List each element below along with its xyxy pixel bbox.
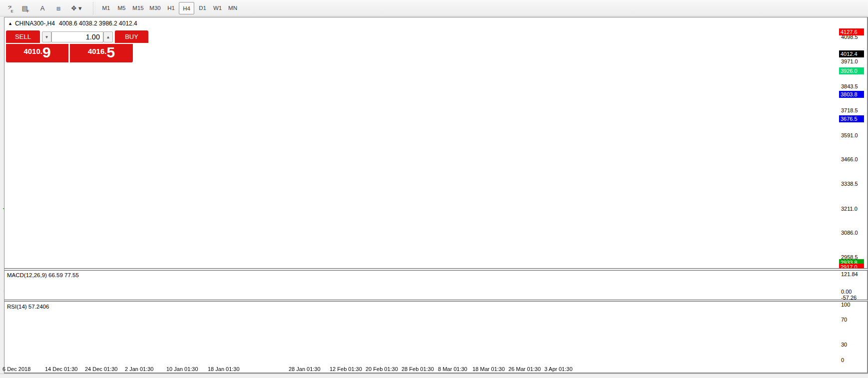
timeline-label: 28 Jan 01:30 [289, 366, 321, 372]
status-bar [0, 374, 868, 378]
price-badge: 3926.0 [839, 67, 864, 74]
buy-price-big-digit: 5 [106, 44, 115, 61]
axis-tick-label: 3338.5 [841, 181, 858, 187]
axis-tick-label: 0.00 [841, 289, 852, 295]
ohlc-values: 4008.6 4038.2 3986.2 4012.4 [59, 20, 137, 27]
chart-window-frame [4, 17, 868, 373]
axis-tick-label: 3971.0 [841, 58, 858, 64]
timeframe-button-m15[interactable]: M15 [130, 2, 146, 14]
timeline-label: 6 Dec 2018 [2, 366, 30, 372]
sell-price-small: 4010. [23, 47, 42, 55]
timeframe-button-m5[interactable]: M5 [115, 2, 128, 14]
axis-tick-label: 3086.0 [841, 230, 858, 236]
volume-decrease-button[interactable]: ▼ [42, 31, 51, 42]
timeframe-button-h4[interactable]: H4 [179, 2, 194, 14]
price-badge: 4127.6 [839, 28, 864, 35]
timeline-label: 26 Mar 01:30 [508, 366, 541, 372]
axis-tick-label: 100 [841, 302, 850, 308]
text-box-icon[interactable]: ⧈ [52, 2, 65, 14]
price-badge: 4012.4 [839, 50, 864, 57]
macd-indicator-label: MACD(12,26,9) 66.59 77.55 [7, 272, 79, 278]
timeframe-button-d1[interactable]: D1 [196, 2, 209, 14]
timeframe-button-h1[interactable]: H1 [164, 2, 178, 14]
chart-symbol-header: ▲CHINA300-,H44008.6 4038.2 3986.2 4012.4 [8, 20, 137, 27]
timeline-label: 8 Mar 01:30 [438, 366, 467, 372]
timeline-label: 18 Jan 01:30 [208, 366, 240, 372]
sell-button[interactable]: SELL [6, 30, 40, 43]
sell-price-big-digit: 9 [42, 44, 51, 61]
timeline-label: 18 Mar 01:30 [472, 366, 505, 372]
volume-input[interactable] [51, 31, 103, 42]
buy-price-button[interactable]: 4016. 5 [70, 44, 133, 62]
timeframe-button-w1[interactable]: W1 [211, 2, 224, 14]
trade-panel-row: SELL ▼ ▲ BUY [6, 30, 148, 43]
cursor-mode-icon[interactable]: ✥ ▾ [70, 2, 83, 14]
axis-tick-label: 3843.5 [841, 83, 858, 89]
timeframe-button-mn[interactable]: MN [226, 2, 240, 14]
timeline-label: 2 Jan 01:30 [125, 366, 154, 372]
axis-tick-label: 70 [841, 317, 847, 323]
timeline-label: 28 Feb 01:30 [402, 366, 434, 372]
buy-button[interactable]: BUY [115, 30, 148, 43]
timeline-label: 20 Feb 01:30 [366, 366, 398, 372]
timeline-label: 24 Dec 01:30 [85, 366, 117, 372]
toolbar-separator [93, 2, 95, 14]
collapse-icon[interactable]: ▲ [8, 21, 12, 26]
axis-tick-label: 0 [841, 357, 844, 363]
timeline-label: 10 Jan 01:30 [166, 366, 198, 372]
pane-splitter-rsi[interactable] [4, 300, 868, 302]
volume-increase-button[interactable]: ▲ [103, 31, 113, 42]
data-grid-icon[interactable]: ▤F [19, 2, 32, 14]
timeline-label: 14 Dec 01:30 [45, 366, 77, 372]
rsi-indicator-label: RSI(14) 57.2406 [7, 304, 49, 310]
timeframe-button-m1[interactable]: M1 [99, 2, 113, 14]
main-toolbar: 𝄢E▤FA⧈✥ ▾M1M5M15M30H1H4D1W1MN [0, 0, 868, 16]
timeline-label: 12 Feb 01:30 [330, 366, 362, 372]
axis-tick-label: 30 [841, 342, 847, 348]
axis-tick-label: 3718.5 [841, 107, 858, 113]
axis-tick-label: 3211.0 [841, 206, 858, 212]
timeline-label: 3 Apr 01:30 [544, 366, 572, 372]
price-badge: 3803.8 [839, 91, 864, 98]
text-label-icon[interactable]: A [36, 2, 49, 14]
axis-tick-label: 3591.0 [841, 132, 858, 138]
one-click-trade-panel: SELL ▼ ▲ BUY 4010. 9 4016. 5 [6, 30, 148, 43]
timeframe-button-m30[interactable]: M30 [147, 2, 163, 14]
mt4-window: { "toolbar": { "icons": [ { "name": "exp… [0, 0, 868, 378]
axis-tick-label: 121.84 [841, 271, 858, 277]
price-badge: 3676.5 [839, 115, 864, 122]
pane-splitter-macd[interactable] [4, 268, 868, 271]
buy-price-small: 4016. [88, 47, 107, 55]
symbol-name: CHINA300-,H4 [15, 20, 55, 27]
expert-advisors-icon[interactable]: 𝄢E [4, 2, 17, 14]
sell-price-button[interactable]: 4010. 9 [6, 44, 68, 62]
axis-tick-label: 3466.0 [841, 156, 858, 162]
